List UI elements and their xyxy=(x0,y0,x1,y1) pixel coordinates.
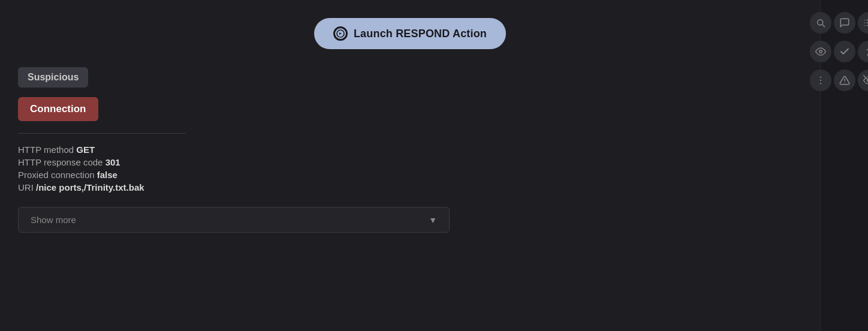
top-bar: Launch RESPOND Action xyxy=(18,12,802,67)
check-button[interactable] xyxy=(834,41,855,62)
pin-button[interactable] xyxy=(858,41,869,62)
chat-button[interactable] xyxy=(834,12,855,34)
show-more-bar[interactable]: Show more ▼ xyxy=(18,207,450,233)
uri-label: URI xyxy=(18,182,36,192)
divider xyxy=(18,133,186,134)
http-response-label: HTTP response code xyxy=(18,157,106,167)
http-method-value: GET xyxy=(76,145,95,155)
proxied-value: false xyxy=(97,170,117,180)
uri-row: URI /nice ports,/Trinity.txt.bak xyxy=(18,182,802,192)
respond-icon xyxy=(333,26,348,41)
show-more-text: Show more xyxy=(31,215,76,225)
chevron-down-icon: ▼ xyxy=(429,215,437,225)
main-content: Launch RESPOND Action Suspicious Connect… xyxy=(0,0,820,331)
svg-point-6 xyxy=(844,82,845,83)
proxied-row: Proxied connection false xyxy=(18,170,802,180)
uri-value: /nice ports,/Trinity.txt.bak xyxy=(36,182,144,192)
launch-btn-label: Launch RESPOND Action xyxy=(354,28,487,40)
http-method-row: HTTP method GET xyxy=(18,145,802,155)
invisible-button[interactable] xyxy=(858,70,869,91)
details-section: HTTP method GET HTTP response code 301 P… xyxy=(18,145,802,192)
http-response-value: 301 xyxy=(106,157,120,167)
proxied-label: Proxied connection xyxy=(18,170,97,180)
warning-button[interactable] xyxy=(834,70,855,91)
http-method-label: HTTP method xyxy=(18,145,76,155)
suspicious-badge: Suspicious xyxy=(18,67,88,88)
connection-badge[interactable]: Connection xyxy=(18,97,98,121)
right-sidebar xyxy=(820,0,868,331)
list-button[interactable] xyxy=(858,12,869,34)
http-response-row: HTTP response code 301 xyxy=(18,157,802,167)
launch-respond-button[interactable]: Launch RESPOND Action xyxy=(314,18,506,49)
